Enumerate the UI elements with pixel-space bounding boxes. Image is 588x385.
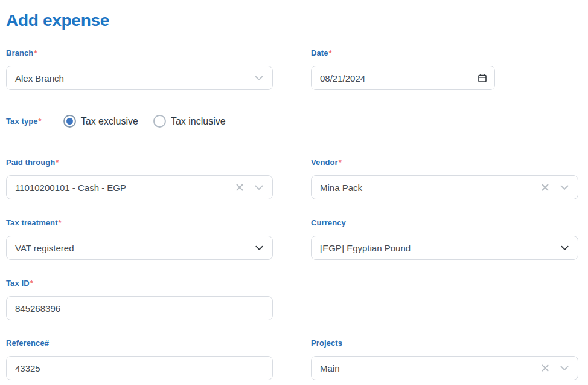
required-asterisk: * <box>56 158 59 167</box>
chevron-down-icon[interactable] <box>253 242 265 254</box>
paid-through-combobox[interactable]: 11010200101 - Cash - EGP <box>6 175 273 199</box>
reference-field: Reference# <box>6 338 273 380</box>
currency-label: Currency <box>311 218 346 227</box>
branch-combobox[interactable]: Alex Branch <box>6 66 273 90</box>
required-asterisk: * <box>39 117 42 126</box>
paid-through-label: Paid through <box>6 158 55 167</box>
spacer <box>311 279 578 338</box>
currency-field: Currency [EGP] Egyptian Pound <box>311 218 578 260</box>
tax-type-field: Tax type* Tax exclusive Tax inclusive <box>6 115 578 128</box>
date-label: Date <box>311 48 328 57</box>
radio-icon[interactable] <box>63 115 76 128</box>
vendor-combobox[interactable]: Mina Pack <box>311 175 578 199</box>
chevron-down-icon[interactable] <box>558 362 570 374</box>
required-asterisk: * <box>30 279 33 288</box>
projects-value: Main <box>312 363 382 374</box>
clear-icon[interactable] <box>539 181 551 193</box>
clear-icon[interactable] <box>539 362 551 374</box>
page-title: Add expense <box>6 11 588 30</box>
chevron-down-icon[interactable] <box>558 181 570 193</box>
tax-treatment-field: Tax treatment* VAT registered <box>6 218 273 260</box>
currency-select[interactable]: [EGP] Egyptian Pound <box>311 236 578 260</box>
chevron-down-icon[interactable] <box>558 242 570 254</box>
required-asterisk: * <box>59 218 62 227</box>
add-expense-form: Branch* Alex Branch Date* <box>6 48 588 385</box>
vendor-label: Vendor <box>311 158 338 167</box>
projects-field: Projects Main <box>311 338 578 380</box>
required-asterisk: * <box>34 48 37 57</box>
tax-treatment-select[interactable]: VAT registered <box>6 236 273 260</box>
branch-value: Alex Branch <box>7 73 106 83</box>
reference-label: Reference# <box>6 338 49 348</box>
reference-input[interactable] <box>6 356 273 380</box>
projects-label: Projects <box>311 338 342 348</box>
branch-field: Branch* Alex Branch <box>6 48 273 90</box>
branch-label: Branch <box>6 48 33 57</box>
vendor-field: Vendor* Mina Pack <box>311 158 578 199</box>
radio-tax-exclusive[interactable]: Tax exclusive <box>63 115 138 128</box>
tax-id-input[interactable] <box>6 296 273 320</box>
required-asterisk: * <box>339 158 342 167</box>
date-input[interactable] <box>311 66 495 90</box>
tax-id-label: Tax ID <box>6 279 30 288</box>
required-asterisk: * <box>329 48 332 57</box>
clear-icon[interactable] <box>234 181 246 193</box>
vendor-value: Mina Pack <box>312 183 404 193</box>
radio-icon[interactable] <box>153 115 166 128</box>
tax-type-label: Tax type <box>6 117 38 126</box>
radio-tax-exclusive-label: Tax exclusive <box>81 116 138 127</box>
tax-id-field: Tax ID* <box>6 279 273 320</box>
chevron-down-icon[interactable] <box>253 72 265 84</box>
tax-treatment-label: Tax treatment <box>6 218 58 227</box>
currency-value: [EGP] Egyptian Pound <box>312 243 453 253</box>
paid-through-field: Paid through* 11010200101 - Cash - EGP <box>6 158 273 199</box>
date-field: Date* <box>311 48 578 90</box>
tax-treatment-value: VAT registered <box>7 243 117 253</box>
paid-through-value: 11010200101 - Cash - EGP <box>7 183 168 193</box>
radio-tax-inclusive[interactable]: Tax inclusive <box>153 115 226 128</box>
calendar-icon[interactable] <box>476 72 488 84</box>
projects-combobox[interactable]: Main <box>311 356 578 380</box>
radio-tax-inclusive-label: Tax inclusive <box>171 116 226 127</box>
chevron-down-icon[interactable] <box>253 181 265 193</box>
